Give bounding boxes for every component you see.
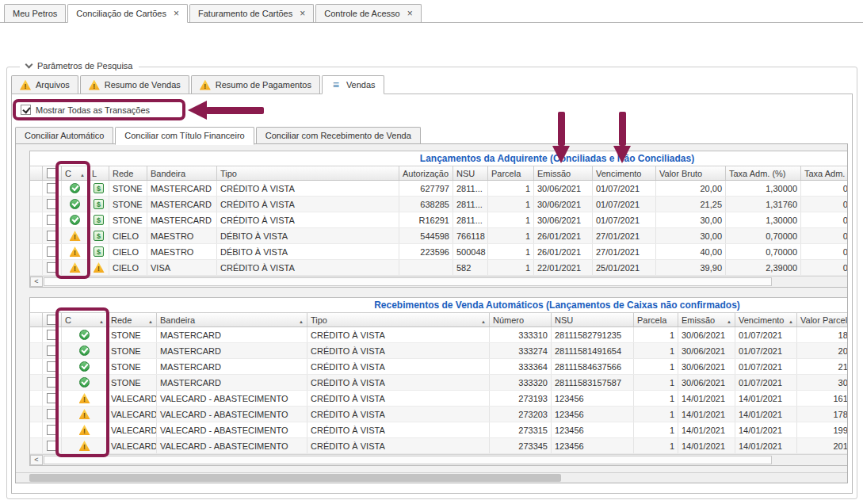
- row-checkbox[interactable]: [47, 199, 57, 209]
- table-row[interactable]: STONE MASTERCARD CRÉDITO À VISTA 333320 …: [30, 375, 848, 391]
- tab-conciliar-com-recebimento-de-venda[interactable]: Conciliar com Recebimento de Venda: [256, 127, 421, 144]
- table-row[interactable]: VALECARD VALECARD - ABASTECIMENTO CRÉDIT…: [30, 438, 848, 454]
- tab-resumo-de-vendas[interactable]: Resumo de Vendas: [80, 75, 189, 94]
- header-parcela[interactable]: Parcela: [634, 313, 678, 326]
- row-checkbox[interactable]: [47, 231, 57, 241]
- cell-tipo: CRÉDITO À VISTA: [307, 391, 490, 406]
- row-checkbox[interactable]: [47, 425, 57, 435]
- scroll-left-button[interactable]: <: [30, 455, 43, 465]
- header-indicator: [30, 313, 43, 326]
- tab-controle-de-acesso[interactable]: Controle de Acesso ×: [315, 4, 421, 22]
- header-nsu[interactable]: NSU: [552, 313, 634, 326]
- row-checkbox[interactable]: [47, 409, 57, 419]
- tab-conciliacao-de-cartoes[interactable]: Conciliação de Cartões ×: [67, 4, 188, 23]
- cell-valor-parcela: 178,8: [797, 407, 848, 422]
- tab-conciliar-com-titulo-financeiro[interactable]: Conciliar com Título Financeiro: [115, 127, 254, 145]
- tab-vendas[interactable]: Vendas: [322, 75, 384, 94]
- header-select-all[interactable]: [43, 313, 62, 326]
- row-checkbox[interactable]: [47, 183, 57, 193]
- row-checkbox[interactable]: [47, 262, 57, 273]
- tab-conciliar-automatico[interactable]: Conciliar Automático: [15, 127, 113, 144]
- table-row[interactable]: VALECARD VALECARD - ABASTECIMENTO CRÉDIT…: [30, 407, 848, 422]
- close-icon[interactable]: ×: [407, 10, 413, 17]
- status-icon: [70, 199, 80, 209]
- scroll-thumb[interactable]: [29, 474, 561, 482]
- table-row[interactable]: STONE MASTERCARD CRÉDITO À VISTA R16291 …: [30, 212, 848, 228]
- header-lancamento[interactable]: L: [89, 166, 109, 180]
- header-numero[interactable]: Número: [490, 313, 552, 326]
- scroll-left-button[interactable]: <: [30, 277, 43, 287]
- collapse-chevron-icon[interactable]: [25, 61, 33, 69]
- table-row[interactable]: VALECARD VALECARD - ABASTECIMENTO CRÉDIT…: [30, 391, 848, 407]
- row-checkbox[interactable]: [47, 377, 57, 388]
- group-legend-label: Parâmetros de Pesquisa: [37, 61, 132, 71]
- table-row[interactable]: STONE MASTERCARD CRÉDITO À VISTA 627797 …: [30, 181, 848, 197]
- cell-nsu: 500048: [453, 244, 488, 259]
- table-row[interactable]: CIELO MAESTRO DÉBITO À VISTA 544598 7661…: [30, 228, 848, 244]
- table-row[interactable]: STONE MASTERCARD CRÉDITO À VISTA 333364 …: [30, 359, 848, 375]
- row-checkbox[interactable]: [47, 215, 57, 225]
- cell-taxa-adm-rs: 0,2: [801, 228, 848, 243]
- header-bandeira[interactable]: Bandeira: [157, 313, 307, 326]
- conciliation-status-cell: [62, 244, 89, 259]
- cell-rede: CIELO: [109, 260, 147, 275]
- row-checkbox[interactable]: [47, 393, 57, 403]
- table-row[interactable]: CIELO VISA CRÉDITO À VISTA 582 1 22/01/2…: [30, 260, 848, 276]
- header-bandeira[interactable]: Bandeira: [147, 166, 217, 180]
- tab-arquivos[interactable]: Arquivos: [11, 75, 78, 94]
- tab-faturamento-de-cartoes[interactable]: Faturamento de Cartões ×: [189, 4, 314, 22]
- close-icon[interactable]: ×: [300, 10, 305, 17]
- row-checkbox[interactable]: [47, 246, 57, 257]
- header-tipo[interactable]: Tipo: [217, 166, 399, 180]
- group-legend[interactable]: Parâmetros de Pesquisa: [20, 61, 139, 71]
- scroll-thumb[interactable]: [44, 456, 772, 464]
- row-checkbox[interactable]: [47, 441, 57, 451]
- header-taxa-adm-pct[interactable]: Taxa Adm. (%): [726, 166, 801, 180]
- table-row[interactable]: STONE MASTERCARD CRÉDITO À VISTA 333310 …: [30, 327, 848, 343]
- row-select-cell: [43, 438, 62, 453]
- row-indicator: [30, 422, 43, 437]
- header-emissao[interactable]: Emissão: [678, 313, 735, 326]
- tab-resumo-de-pagamentos[interactable]: Resumo de Pagamentos: [191, 75, 320, 94]
- header-rede[interactable]: Rede: [109, 166, 147, 180]
- header-conciliado[interactable]: C: [62, 313, 108, 326]
- conciliation-panel: Lançamentos da Adquirente (Conciliadas e…: [15, 143, 848, 483]
- table-row[interactable]: STONE MASTERCARD CRÉDITO À VISTA 333274 …: [30, 343, 848, 359]
- tab-meu-petros[interactable]: Meu Petros: [4, 4, 66, 22]
- header-vencimento[interactable]: Vencimento: [735, 313, 797, 326]
- cell-taxa-adm-rs: 0,1: [801, 197, 848, 212]
- header-vencimento[interactable]: Vencimento: [593, 166, 656, 180]
- table-row[interactable]: STONE MASTERCARD CRÉDITO À VISTA 638285 …: [30, 197, 848, 212]
- row-select-cell: [43, 327, 62, 342]
- recebimentos-rows: STONE MASTERCARD CRÉDITO À VISTA 333310 …: [30, 327, 848, 454]
- table-row[interactable]: VALECARD VALECARD - ABASTECIMENTO CRÉDIT…: [30, 422, 848, 438]
- cell-vencimento: 14/01/2021: [735, 391, 797, 406]
- header-conciliado[interactable]: C: [62, 166, 89, 180]
- warning-icon: [200, 80, 211, 90]
- tab-label: Faturamento de Cartões: [198, 9, 292, 18]
- select-all-checkbox[interactable]: [47, 168, 57, 178]
- header-parcela[interactable]: Parcela: [488, 166, 534, 180]
- header-autorizacao[interactable]: Autorização: [399, 166, 453, 180]
- scroll-thumb[interactable]: [44, 277, 772, 286]
- cell-nsu: 123456: [552, 422, 634, 437]
- lancamento-status-cell: [89, 181, 109, 196]
- header-taxa-adm-rs[interactable]: Taxa Adm. (R$): [801, 166, 848, 180]
- row-checkbox[interactable]: [47, 361, 57, 372]
- header-valor-bruto[interactable]: Valor Bruto: [656, 166, 726, 180]
- header-tipo[interactable]: Tipo: [307, 313, 490, 326]
- show-all-transactions-checkbox[interactable]: [21, 105, 31, 115]
- header-emissao[interactable]: Emissão: [534, 166, 593, 180]
- header-nsu[interactable]: NSU: [453, 166, 488, 180]
- header-rede[interactable]: Rede: [108, 313, 157, 326]
- close-icon[interactable]: ×: [174, 10, 179, 17]
- row-checkbox[interactable]: [47, 330, 57, 340]
- cell-emissao: 22/01/2021: [534, 260, 593, 275]
- cell-numero: 333274: [490, 343, 552, 358]
- cell-nsu: 28111581491654: [552, 343, 634, 358]
- header-select-all[interactable]: [43, 166, 62, 180]
- table-row[interactable]: CIELO MAESTRO DÉBITO À VISTA 223596 5000…: [30, 244, 848, 260]
- header-valor-parcela[interactable]: Valor Parcela: [797, 313, 848, 326]
- row-checkbox[interactable]: [47, 346, 57, 356]
- select-all-checkbox[interactable]: [47, 315, 57, 325]
